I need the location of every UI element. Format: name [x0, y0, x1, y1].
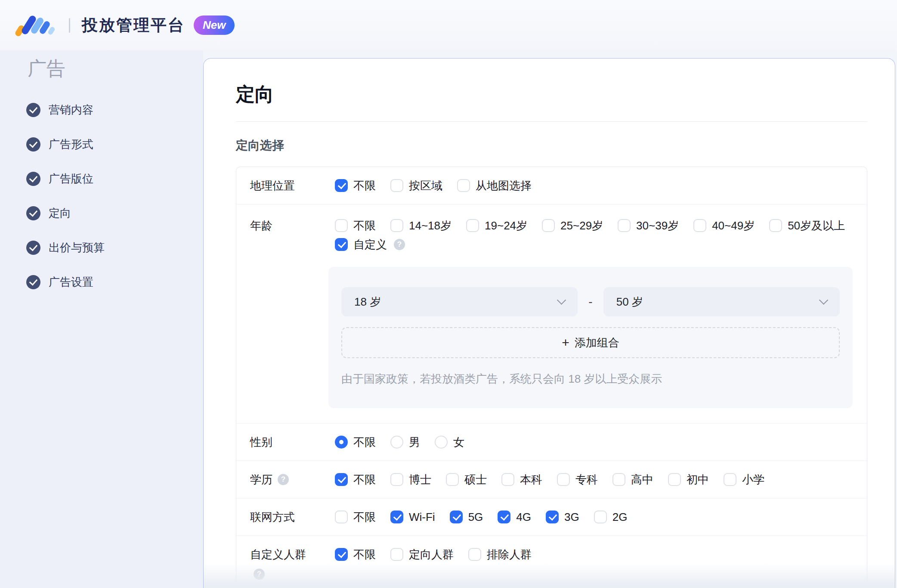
row-location: 地理位置 不限 按区域 从地图选择 — [236, 167, 867, 204]
row-label-custom-audience: 自定义人群 ? — [250, 548, 335, 580]
checkbox-icon — [501, 473, 514, 486]
checkbox-education-doctor[interactable]: 博士 — [390, 473, 431, 486]
education-help-icon[interactable]: ? — [278, 474, 289, 485]
checkbox-icon — [390, 219, 403, 232]
checkbox-icon — [390, 473, 403, 486]
checkbox-age-30-39[interactable]: 30~39岁 — [618, 219, 679, 232]
checkbox-age-50-plus[interactable]: 50岁及以上 — [769, 219, 845, 232]
checkbox-audience-excluded[interactable]: 排除人群 — [468, 548, 532, 561]
step-done-check-icon — [26, 241, 40, 255]
checkbox-icon — [450, 511, 463, 523]
checkbox-icon — [335, 548, 348, 561]
checkbox-network-3g[interactable]: 3G — [546, 511, 579, 523]
checkbox-location-from-map[interactable]: 从地图选择 — [457, 179, 532, 192]
checkbox-education-high-school[interactable]: 高中 — [612, 473, 653, 486]
radio-gender-female[interactable]: 女 — [435, 436, 464, 449]
page-title: 定向 — [236, 84, 867, 105]
age-from-value: 18 岁 — [354, 294, 381, 309]
checkbox-icon — [594, 511, 607, 523]
checkbox-icon — [668, 473, 681, 486]
sidebar-item-marketing-content[interactable]: 营销内容 — [0, 93, 203, 127]
logo-bar-pale-blue — [47, 26, 56, 35]
sidebar-item-bid-budget[interactable]: 出价与预算 — [0, 230, 203, 265]
checkbox-education-master[interactable]: 硕士 — [446, 473, 487, 486]
checkbox-age-19-24[interactable]: 19~24岁 — [466, 219, 527, 232]
sidebar-item-label: 广告设置 — [49, 275, 93, 290]
sidebar-item-targeting[interactable]: 定向 — [0, 196, 203, 230]
checkbox-education-middle-school[interactable]: 初中 — [668, 473, 709, 486]
checkbox-icon — [542, 219, 555, 232]
checkbox-icon — [335, 238, 348, 251]
checkbox-age-25-29[interactable]: 25~29岁 — [542, 219, 603, 232]
checkbox-age-custom[interactable]: 自定义 — [335, 238, 387, 251]
row-label-network: 联网方式 — [250, 511, 335, 523]
checkbox-audience-unlimited[interactable]: 不限 — [335, 548, 376, 561]
age-to-select[interactable]: 50 岁 — [603, 287, 840, 316]
checkbox-network-2g[interactable]: 2G — [594, 511, 628, 523]
checkbox-icon — [390, 179, 403, 192]
row-network: 联网方式 不限 Wi-Fi 5G — [236, 498, 867, 536]
radio-gender-unlimited[interactable]: 不限 — [335, 436, 376, 449]
checkbox-icon — [335, 179, 348, 192]
row-label-gender: 性别 — [250, 436, 335, 449]
brand-separator — [69, 18, 70, 33]
checkbox-education-college[interactable]: 专科 — [557, 473, 598, 486]
radio-icon — [435, 436, 448, 449]
checkbox-icon — [618, 219, 631, 232]
checkbox-location-by-region[interactable]: 按区域 — [390, 179, 442, 192]
targeting-card: 定向 定向选择 地理位置 不限 按区域 从地图选择 — [203, 58, 895, 588]
checkbox-network-4g[interactable]: 4G — [498, 511, 531, 523]
add-combination-label: 添加组合 — [575, 335, 619, 350]
brand-logo-icon — [16, 13, 57, 37]
checkbox-icon — [468, 548, 481, 561]
sidebar-item-ad-settings[interactable]: 广告设置 — [0, 265, 203, 299]
checkbox-icon — [446, 473, 459, 486]
checkbox-icon — [557, 473, 570, 486]
new-badge: New — [194, 15, 235, 35]
checkbox-education-primary-school[interactable]: 小学 — [724, 473, 764, 486]
age-custom-help-icon[interactable]: ? — [394, 239, 405, 250]
sidebar-item-label: 定向 — [49, 206, 71, 221]
sidebar-item-ad-format[interactable]: 广告形式 — [0, 127, 203, 161]
checkbox-icon — [335, 473, 348, 486]
section-label: 定向选择 — [236, 137, 867, 154]
checkbox-age-14-18[interactable]: 14~18岁 — [390, 219, 452, 232]
checkbox-network-wifi[interactable]: Wi-Fi — [390, 511, 435, 523]
range-separator: - — [588, 295, 592, 309]
sidebar-item-ad-placement[interactable]: 广告版位 — [0, 161, 203, 196]
checkbox-network-5g[interactable]: 5G — [450, 511, 483, 523]
checkbox-audience-targeted[interactable]: 定向人群 — [390, 548, 454, 561]
radio-gender-male[interactable]: 男 — [390, 436, 420, 449]
checkbox-icon — [466, 219, 479, 232]
step-done-check-icon — [26, 137, 40, 152]
app-header: 投放管理平台 New — [0, 0, 897, 50]
age-from-select[interactable]: 18 岁 — [341, 287, 578, 316]
custom-audience-help-icon[interactable]: ? — [254, 569, 265, 580]
checkbox-icon — [390, 548, 403, 561]
checkbox-icon — [390, 511, 403, 523]
title-divider — [236, 121, 867, 122]
checkbox-education-unlimited[interactable]: 不限 — [335, 473, 376, 486]
checkbox-icon — [693, 219, 706, 232]
checkbox-icon — [769, 219, 782, 232]
checkbox-education-bachelor[interactable]: 本科 — [501, 473, 542, 486]
row-label-location: 地理位置 — [250, 179, 335, 192]
sidebar-item-label: 广告形式 — [49, 137, 93, 152]
chevron-down-icon — [819, 295, 828, 304]
checkbox-icon — [612, 473, 625, 486]
checkbox-age-unlimited[interactable]: 不限 — [335, 219, 376, 232]
age-policy-note: 由于国家政策，若投放酒类广告，系统只会向 18 岁以上受众展示 — [341, 371, 840, 387]
add-combination-button[interactable]: + 添加组合 — [341, 327, 840, 358]
plus-icon: + — [562, 336, 569, 349]
checkbox-age-40-49[interactable]: 40~49岁 — [693, 219, 755, 232]
step-done-check-icon — [26, 275, 40, 289]
row-label-education: 学历 ? — [250, 473, 335, 486]
checkbox-network-unlimited[interactable]: 不限 — [335, 511, 376, 523]
age-range-panel: 18 岁 - 50 岁 + 添加组合 由于国家政策，若投放酒类广告，系统只会 — [328, 267, 853, 408]
radio-icon — [335, 436, 348, 449]
step-done-check-icon — [26, 103, 40, 117]
checkbox-icon — [498, 511, 510, 523]
checkbox-location-unlimited[interactable]: 不限 — [335, 179, 376, 192]
chevron-down-icon — [557, 295, 566, 304]
steps-sidebar: 广告 营销内容 广告形式 广告版位 定向 出价与预算 广告设置 — [0, 50, 203, 588]
